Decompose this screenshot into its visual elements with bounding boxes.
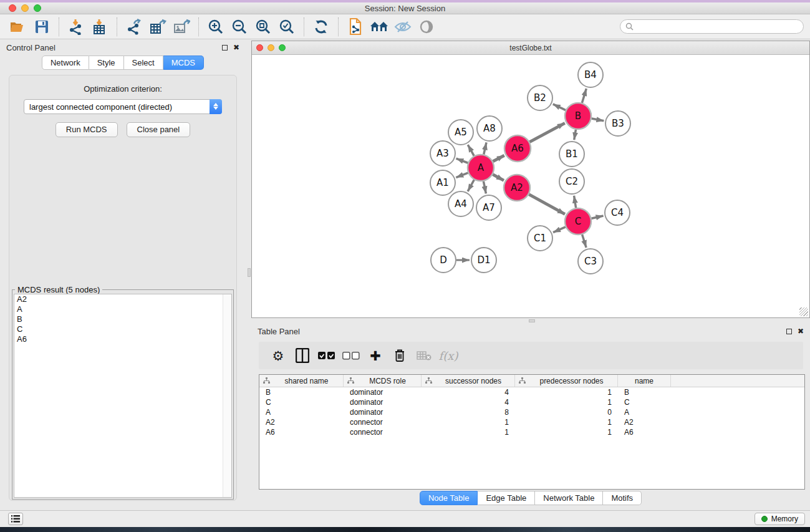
import-table-icon[interactable] — [88, 16, 112, 38]
graph-node-label-A: A — [478, 162, 485, 173]
graph-edge-B-B4[interactable] — [582, 89, 586, 103]
show-columns-icon[interactable] — [293, 346, 312, 365]
application-window: Session: New Session — [0, 0, 810, 532]
table-row[interactable]: A2connector11A2 — [259, 417, 804, 427]
graph-edge-C-C1[interactable] — [553, 227, 566, 233]
export-table-icon[interactable] — [146, 16, 170, 38]
open-session-icon[interactable] — [6, 16, 30, 38]
tab-select[interactable]: Select — [124, 56, 163, 70]
graph-edge-A-A4[interactable] — [468, 180, 474, 191]
result-list-scrollbar[interactable] — [223, 294, 231, 497]
table-cell: connector — [344, 418, 422, 427]
table-row[interactable]: A6connector11A6 — [259, 427, 804, 437]
hide-graphics-details-icon[interactable] — [391, 16, 415, 38]
mcds-result-list[interactable]: A2ABCA6 — [14, 294, 232, 498]
result-list-item[interactable]: C — [14, 324, 231, 334]
zoom-in-icon[interactable] — [204, 16, 228, 38]
result-list-item[interactable]: A2 — [14, 294, 231, 304]
mcds-result-title: MCDS result (5 nodes) — [15, 285, 102, 294]
graph-edge-A-A5[interactable] — [468, 145, 474, 156]
column-header-successor-nodes[interactable]: successor nodes — [422, 375, 515, 387]
table-row[interactable]: Adominator80A — [259, 407, 804, 417]
graph-edge-A2-C[interactable] — [529, 195, 565, 215]
graph-edge-A-A8[interactable] — [484, 142, 486, 154]
tab-network-table[interactable]: Network Table — [535, 491, 603, 505]
graph-edge-C-C4[interactable] — [591, 216, 603, 218]
table-cell: A6 — [259, 428, 344, 437]
horizontal-splitter-handle[interactable] — [529, 319, 535, 322]
column-header-shared-name[interactable]: shared name — [259, 375, 344, 387]
graph-node-label-B4: B4 — [584, 69, 597, 80]
task-history-icon[interactable] — [8, 513, 23, 525]
graph-node-label-A1: A1 — [436, 177, 449, 188]
graph-node-label-A5: A5 — [455, 127, 467, 138]
node-table[interactable]: shared nameMCDS rolesuccessor nodesprede… — [259, 374, 805, 490]
show-graphics-details-icon[interactable] — [415, 16, 438, 38]
network-graph: AA1A2A3A4A5A6A7A8BB1B2B3B4CC1C2C3C4DD1 — [252, 55, 809, 317]
table-row[interactable]: Bdominator41B — [259, 387, 804, 397]
table-settings-icon[interactable]: ⚙ — [269, 346, 287, 365]
tab-node-table[interactable]: Node Table — [420, 491, 478, 505]
graph-edge-A-A3[interactable] — [456, 158, 468, 163]
float-table-panel-icon[interactable] — [786, 329, 792, 334]
mcds-panel: Optimization criterion: largest connecte… — [9, 75, 237, 501]
export-image-icon[interactable] — [170, 16, 193, 38]
deselect-all-checkboxes-icon[interactable] — [342, 346, 360, 365]
table-toolbar: ⚙ ✚ f(x) — [259, 342, 803, 369]
result-list-item[interactable]: B — [14, 314, 231, 324]
zoom-fit-icon[interactable] — [251, 16, 275, 38]
tab-edge-table[interactable]: Edge Table — [478, 491, 535, 505]
tab-style[interactable]: Style — [89, 56, 124, 70]
graph-node-label-A8: A8 — [483, 123, 496, 134]
optimization-criterion-label: Optimization criterion: — [9, 84, 236, 94]
graph-edge-A-A1[interactable] — [456, 173, 468, 178]
graph-edge-C-C3[interactable] — [582, 235, 587, 248]
tab-network[interactable]: Network — [42, 56, 89, 70]
session-title: Session: New Session — [0, 4, 810, 13]
table-cell: A — [618, 408, 671, 417]
table-panel-title: Table Panel — [258, 327, 300, 336]
result-list-item[interactable]: A — [14, 304, 231, 314]
clone-network-icon[interactable] — [344, 16, 367, 38]
graph-edge-B-B3[interactable] — [592, 118, 604, 121]
export-network-icon[interactable] — [122, 16, 146, 38]
memory-status-icon — [761, 516, 768, 522]
select-all-checkboxes-icon[interactable] — [317, 346, 336, 365]
tab-mcds[interactable]: MCDS — [163, 56, 204, 70]
resize-grip-icon[interactable] — [799, 307, 808, 316]
zoom-out-icon[interactable] — [228, 16, 251, 38]
search-input[interactable] — [634, 21, 803, 32]
criterion-select[interactable]: largest connected component (directed) — [24, 99, 222, 114]
create-column-icon[interactable]: ✚ — [366, 346, 385, 365]
graph-node-label-A3: A3 — [436, 148, 449, 159]
column-header-MCDS-role[interactable]: MCDS role — [344, 375, 422, 387]
table-row[interactable]: Cdominator41C — [259, 397, 804, 407]
graph-edge-A-A7[interactable] — [483, 181, 486, 194]
graph-edge-A-A6[interactable] — [493, 155, 504, 162]
save-session-icon[interactable] — [30, 16, 54, 38]
column-header-name[interactable]: name — [618, 375, 671, 387]
graph-edge-A-A2[interactable] — [493, 175, 504, 181]
zoom-selected-icon[interactable] — [275, 16, 299, 38]
run-mcds-button[interactable]: Run MCDS — [55, 122, 118, 137]
graph-edge-A6-B[interactable] — [529, 123, 564, 142]
close-table-panel-icon[interactable]: ✖ — [798, 327, 804, 335]
tab-motifs[interactable]: Motifs — [603, 491, 642, 505]
network-canvas[interactable]: AA1A2A3A4A5A6A7A8BB1B2B3B4CC1C2C3C4DD1 — [252, 55, 809, 317]
toolbar-separator — [338, 17, 339, 36]
graph-edge-B-B2[interactable] — [553, 104, 566, 110]
float-panel-icon[interactable] — [222, 45, 228, 51]
column-header-predecessor-nodes[interactable]: predecessor nodes — [515, 375, 618, 387]
first-neighbors-icon[interactable] — [367, 16, 391, 38]
memory-button[interactable]: Memory — [755, 513, 805, 525]
close-panel-button[interactable]: Close panel — [127, 122, 191, 137]
result-list-item[interactable]: A6 — [14, 334, 231, 344]
graph-edge-C-C2[interactable] — [574, 196, 576, 208]
graph-edge-B-B1[interactable] — [574, 130, 576, 140]
close-panel-icon[interactable]: ✖ — [233, 44, 239, 51]
delete-columns-icon[interactable] — [390, 346, 409, 365]
vertical-splitter-handle[interactable] — [248, 268, 251, 277]
import-network-icon[interactable] — [64, 16, 88, 38]
refresh-icon[interactable] — [309, 16, 333, 38]
column-label: name — [618, 377, 670, 385]
